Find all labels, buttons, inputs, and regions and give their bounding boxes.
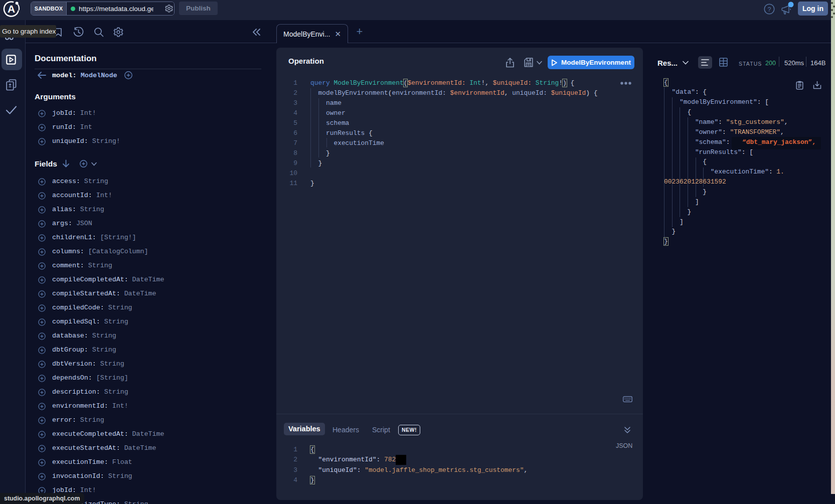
svg-text:A: A bbox=[8, 3, 15, 15]
svg-text:?: ? bbox=[768, 6, 771, 13]
